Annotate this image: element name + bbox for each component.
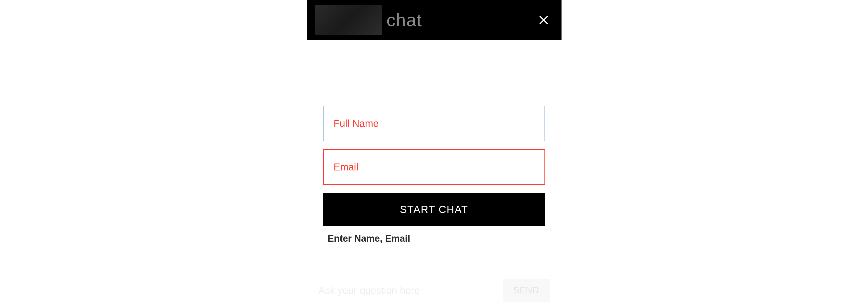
email-field[interactable] bbox=[323, 149, 545, 185]
chat-widget: chat START CHAT Enter Name, Email bbox=[307, 0, 561, 244]
chat-title: chat bbox=[386, 10, 422, 30]
chat-body: START CHAT Enter Name, Email bbox=[307, 40, 561, 244]
question-input[interactable] bbox=[319, 285, 496, 296]
header-left: chat bbox=[315, 5, 422, 35]
close-icon[interactable] bbox=[538, 14, 549, 26]
send-button[interactable]: SEND bbox=[503, 279, 549, 302]
validation-message: Enter Name, Email bbox=[323, 233, 545, 244]
start-chat-button[interactable]: START CHAT bbox=[323, 193, 545, 226]
chat-footer: SEND bbox=[307, 279, 561, 307]
chat-header: chat bbox=[307, 0, 561, 40]
brand-logo bbox=[315, 5, 382, 35]
full-name-field[interactable] bbox=[323, 105, 545, 141]
